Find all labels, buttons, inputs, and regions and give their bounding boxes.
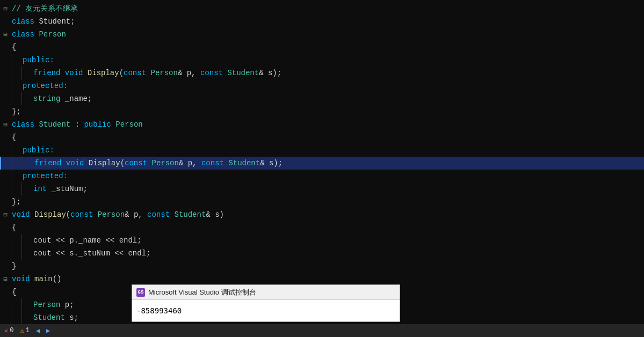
fold-gutter: ⊟ [0, 31, 11, 39]
token-keyword: const [201, 159, 224, 167]
token-plain: }; [12, 197, 21, 206]
token-keyword: const [70, 210, 93, 219]
token-plain: { [12, 288, 16, 296]
token-access: public: [23, 146, 54, 155]
indent-guide [11, 298, 21, 311]
indent-guide [11, 79, 21, 92]
token-type: Student [228, 159, 260, 167]
code-line: protected: [0, 79, 644, 92]
token-plain [61, 159, 66, 167]
token-type: Student [175, 210, 206, 219]
token-keyword: const [147, 210, 170, 219]
code-line: { [0, 221, 644, 234]
indent-guide [21, 92, 32, 105]
code-line: friend void Display(const Person& p, con… [0, 157, 644, 170]
token-plain [30, 275, 34, 283]
nav-back[interactable]: ◀ [36, 327, 40, 335]
token-func: main [34, 275, 53, 283]
token-type: Person [150, 69, 177, 77]
indent-guide [11, 92, 21, 105]
indent-guide [11, 54, 21, 67]
indent-guides [11, 311, 32, 324]
indent-guide [21, 311, 32, 324]
debug-console-header: GS Microsoft Visual Studio 调试控制台 [132, 285, 400, 300]
code-line: ⊟class Person [0, 28, 644, 41]
token-plain: p; [60, 301, 74, 309]
token-keyword: const [124, 69, 146, 77]
indent-guides [11, 234, 32, 247]
token-plain [84, 159, 88, 167]
token-func: Display [89, 159, 120, 167]
code-line: public: [0, 54, 644, 67]
token-keyword: friend [34, 159, 61, 167]
token-plain: { [12, 133, 16, 142]
warning-icon: ⚠ [20, 327, 24, 335]
line-content: public: [21, 54, 644, 67]
line-content: { [11, 221, 644, 234]
token-keyword: friend [33, 69, 60, 77]
token-plain: _name; [60, 94, 92, 103]
line-content: { [11, 131, 644, 144]
code-line: ⊟class Student : public Person [0, 118, 644, 131]
indent-guides [11, 79, 21, 92]
line-content: friend void Display(const Person& p, con… [33, 157, 644, 170]
token-type: Person [151, 159, 178, 167]
token-keyword: class [12, 120, 34, 129]
code-line: { [0, 131, 644, 144]
indent-guides [11, 92, 32, 105]
code-line: friend void Display(const Person& p, con… [0, 67, 644, 79]
code-line: protected: [0, 170, 644, 182]
token-plain: & s); [259, 69, 281, 77]
line-content: void Display(const Person& p, const Stud… [11, 208, 644, 221]
indent-guides [11, 54, 21, 67]
token-keyword: class [12, 30, 34, 39]
token-classname: Person [39, 30, 66, 39]
line-content: cout << s._stuNum << endl; [32, 247, 644, 260]
token-plain: }; [12, 107, 21, 116]
token-classname: Student [39, 120, 70, 129]
error-icon: ✕ [4, 327, 8, 335]
token-plain: ( [119, 69, 124, 77]
line-content: // 友元关系不继承 [11, 2, 644, 15]
token-plain: () [53, 275, 62, 283]
token-access: public: [23, 56, 54, 64]
token-keyword: const [125, 159, 147, 167]
indent-guide [11, 170, 21, 182]
indent-guides [11, 298, 32, 311]
indent-guide [21, 234, 32, 247]
nav-forward[interactable]: ▶ [46, 327, 50, 335]
code-line: int _stuNum; [0, 182, 644, 195]
indent-guide [12, 157, 23, 170]
indent-guides [11, 182, 32, 195]
token-type: Student [33, 313, 65, 322]
line-content: cout << p._name << endl; [32, 234, 644, 247]
indent-guide [21, 247, 32, 260]
token-plain: cout << s._stuNum << endl; [33, 249, 150, 258]
fold-gutter: ⊟ [0, 275, 11, 283]
line-content: protected: [21, 170, 644, 182]
status-bar: ✕ 0 ⚠ 1 ◀ ▶ [0, 324, 644, 337]
indent-guide [11, 67, 21, 79]
code-line: ⊟void main() [0, 273, 644, 285]
token-plain: { [12, 223, 16, 232]
token-access: protected: [23, 82, 68, 90]
token-type: string [33, 94, 60, 103]
token-plain: s; [65, 313, 78, 322]
token-plain [30, 210, 34, 219]
line-content: public: [21, 144, 644, 157]
debug-console-title: Microsoft Visual Studio 调试控制台 [148, 288, 256, 297]
token-plain [83, 69, 87, 77]
token-plain: Student; [34, 17, 75, 26]
token-keyword: int [33, 185, 47, 193]
indent-guide [11, 144, 21, 157]
token-plain: ( [120, 159, 125, 167]
token-classname: Person [115, 120, 142, 129]
indent-guides [11, 170, 21, 182]
fold-gutter: ⊟ [0, 211, 11, 219]
indent-guides [12, 157, 33, 170]
code-line: ⊟void Display(const Person& p, const Stu… [0, 208, 644, 221]
code-line: ⊟// 友元关系不继承 [0, 2, 644, 15]
token-void: void [65, 69, 83, 77]
indent-guide [11, 247, 21, 260]
line-content: class Student; [11, 15, 644, 28]
